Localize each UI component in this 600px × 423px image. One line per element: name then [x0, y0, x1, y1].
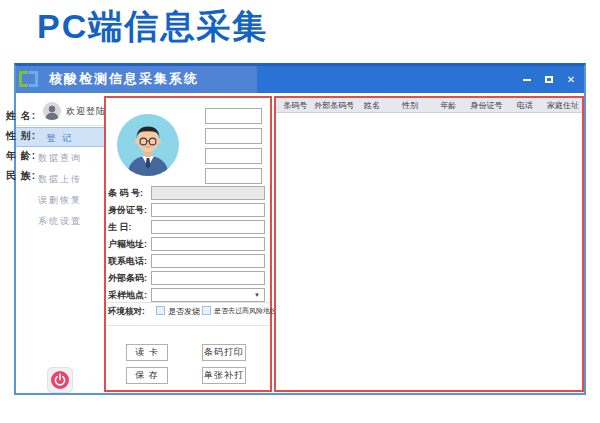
field-label-ethnicity: 民 族: — [0, 168, 36, 184]
field-label-address: 户籍地址: — [108, 237, 150, 252]
welcome-row: 欢迎登陆 — [43, 102, 106, 120]
table-body[interactable] — [276, 114, 582, 390]
form-separator-bottom — [106, 325, 270, 326]
field-label-barcode: 条 码 号: — [108, 186, 150, 201]
column-header-name: 姓名 — [353, 98, 391, 112]
field-label-id-number: 身份证号: — [108, 203, 150, 218]
risk-area-checkbox-label: 是否去过高风险地区 — [214, 306, 277, 316]
welcome-label: 欢迎登陆 — [66, 105, 106, 118]
page-title: PC端信息采集 — [37, 4, 268, 50]
column-header-gender: 性别 — [391, 98, 429, 112]
column-header-external-barcode: 外部条码号 — [314, 98, 352, 112]
single-reprint-button[interactable]: 单张补打 — [202, 367, 246, 384]
address-input[interactable] — [151, 237, 265, 251]
sampling-location-select[interactable] — [151, 288, 265, 302]
column-header-age: 年龄 — [429, 98, 467, 112]
field-label-birthday: 生 日: — [108, 220, 150, 235]
age-input[interactable] — [205, 148, 262, 164]
power-button[interactable] — [47, 367, 73, 393]
minimize-icon — [523, 79, 531, 81]
fever-checkbox[interactable] — [156, 306, 165, 315]
window-title: 核酸检测信息采集系统 — [49, 66, 199, 92]
gender-input[interactable] — [205, 128, 262, 144]
maximize-button[interactable] — [543, 73, 555, 87]
sidebar-divider — [16, 125, 104, 126]
risk-area-checkbox[interactable] — [202, 306, 211, 315]
save-button[interactable]: 保 存 — [126, 367, 168, 384]
barcode-input — [151, 186, 265, 200]
maximize-icon — [545, 76, 553, 83]
birthday-input[interactable] — [151, 220, 265, 234]
minimize-button[interactable] — [521, 73, 533, 87]
field-label-age: 年 龄: — [0, 148, 36, 164]
column-header-barcode: 条码号 — [276, 98, 314, 112]
id-number-input[interactable] — [151, 203, 265, 217]
read-card-button[interactable]: 读 卡 — [126, 344, 168, 361]
records-table-panel: 条码号 外部条码号 姓名 性别 年龄 身份证号 电话 家庭住址 — [274, 96, 584, 392]
field-label-external-barcode: 外部条码: — [108, 271, 150, 286]
app-window: 核酸检测信息采集系统 ✕ 欢迎登陆 登 记 数据查询 数据上传 误删恢复 — [14, 63, 586, 395]
field-label-phone: 联系电话: — [108, 254, 150, 269]
column-header-home-address: 家庭住址 — [544, 98, 582, 112]
fever-checkbox-label: 是否发烧 — [168, 306, 200, 317]
ethnicity-input[interactable] — [205, 168, 262, 184]
logo-right-bracket-icon — [29, 71, 38, 87]
environment-check-row: 环境核对: 是否发烧 是否去过高风险地区 — [108, 305, 270, 318]
power-icon — [51, 371, 69, 389]
column-header-phone: 电话 — [506, 98, 544, 112]
patient-avatar-icon — [117, 114, 179, 176]
phone-input[interactable] — [151, 254, 265, 268]
titlebar: 核酸检测信息采集系统 ✕ — [16, 66, 584, 93]
name-input[interactable] — [205, 108, 262, 124]
table-header-row: 条码号 外部条码号 姓名 性别 年龄 身份证号 电话 家庭住址 — [276, 98, 582, 113]
field-label-name: 姓 名: — [0, 108, 36, 124]
page: PC端信息采集 核酸检测信息采集系统 ✕ 欢迎登陆 — [0, 0, 600, 423]
logo-left-bracket-icon — [19, 71, 28, 87]
registration-form-panel: 姓 名: 性 别: 年 龄: 民 族: 条 码 号: 身份证号: 生 日: 户籍… — [104, 96, 272, 392]
window-controls: ✕ — [521, 66, 577, 93]
close-button[interactable]: ✕ — [565, 73, 577, 87]
environment-check-label: 环境核对: — [108, 306, 145, 318]
field-label-sampling-location: 采样地点: — [108, 288, 150, 303]
sidebar-item-undelete-recover[interactable]: 误删恢复 — [16, 194, 104, 207]
user-avatar-icon — [43, 102, 61, 120]
field-label-gender: 性 别: — [0, 128, 36, 144]
form-separator-top — [106, 302, 270, 303]
column-header-id-number: 身份证号 — [467, 98, 505, 112]
barcode-print-button[interactable]: 条码打印 — [202, 344, 246, 361]
sidebar-item-system-settings[interactable]: 系统设置 — [16, 215, 104, 228]
app-logo-icon — [19, 69, 43, 89]
external-barcode-input[interactable] — [151, 271, 265, 285]
